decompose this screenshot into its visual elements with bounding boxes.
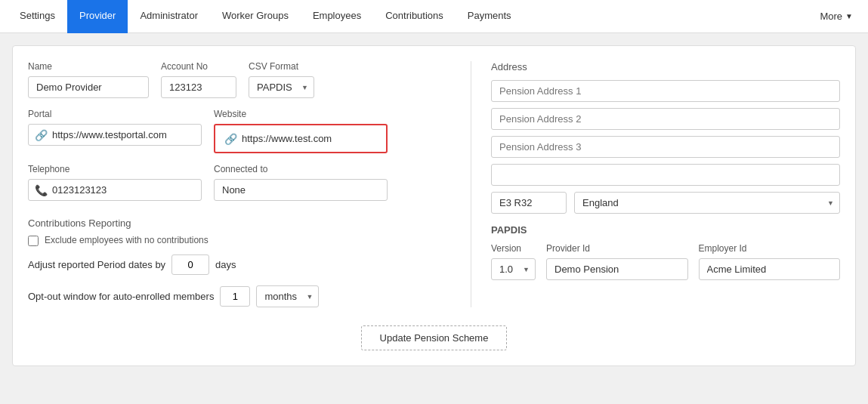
- country-select-wrapper: England Scotland Wales Northern Ireland: [574, 192, 840, 214]
- employer-id-input[interactable]: [699, 258, 841, 280]
- tab-administrator[interactable]: Administrator: [128, 0, 210, 33]
- tab-provider[interactable]: Provider: [67, 0, 128, 33]
- telephone-group: Telephone 📞: [28, 164, 202, 201]
- portal-input-wrapper: 🔗: [28, 124, 202, 146]
- version-group: Version 1.0 2.0: [491, 243, 536, 280]
- link-icon-website: 🔗: [224, 133, 237, 145]
- csv-format-select-wrapper: PAPDIS: [249, 76, 314, 98]
- right-column: Address England: [491, 61, 840, 307]
- main-form-row: Name Account No CSV Format PAPDIS: [28, 61, 840, 307]
- website-input-wrapper: 🔗: [218, 128, 383, 149]
- account-no-label: Account No: [161, 61, 236, 72]
- provider-id-group: Provider Id: [546, 243, 688, 280]
- papdis-row: Version 1.0 2.0 Provider Id: [491, 243, 840, 280]
- website-label: Website: [214, 109, 388, 119]
- update-pension-scheme-button[interactable]: Update Pension Scheme: [361, 325, 508, 350]
- provider-id-label: Provider Id: [546, 243, 688, 254]
- link-icon-portal: 🔗: [35, 129, 48, 141]
- account-no-group: Account No: [161, 61, 236, 98]
- column-divider: [471, 61, 471, 307]
- opt-out-input[interactable]: [220, 286, 250, 307]
- tab-contributions[interactable]: Contributions: [373, 0, 456, 33]
- address-section-title: Address: [491, 61, 840, 72]
- portal-group: Portal 🔗: [28, 109, 202, 153]
- address4-input[interactable]: [491, 164, 840, 186]
- website-group: Website 🔗: [214, 109, 388, 153]
- address2-row: [491, 108, 840, 130]
- name-label: Name: [28, 61, 149, 72]
- connected-to-label: Connected to: [214, 164, 388, 174]
- provider-id-input[interactable]: [546, 258, 688, 280]
- name-group: Name: [28, 61, 149, 98]
- months-select[interactable]: months: [256, 285, 319, 307]
- adjust-input[interactable]: [171, 254, 209, 275]
- papdis-title: PAPDIS: [491, 224, 840, 236]
- connected-to-group: Connected to: [214, 164, 388, 201]
- telephone-input[interactable]: [52, 180, 195, 200]
- left-column: Name Account No CSV Format PAPDIS: [28, 61, 451, 307]
- portal-label: Portal: [28, 109, 202, 119]
- adjust-label: Adjust reported Period dates by: [28, 259, 165, 270]
- months-select-wrapper: months: [256, 285, 319, 307]
- version-select-wrapper: 1.0 2.0: [491, 258, 536, 280]
- address3-input[interactable]: [491, 136, 840, 158]
- address1-row: [491, 80, 840, 102]
- opt-out-row: Opt-out window for auto-enrolled members…: [28, 285, 451, 307]
- papdis-section: PAPDIS Version 1.0 2.0: [491, 224, 840, 280]
- contributions-header: Contributions Reporting: [28, 217, 451, 229]
- more-menu[interactable]: More ▼: [812, 11, 860, 22]
- tab-worker-groups[interactable]: Worker Groups: [210, 0, 301, 33]
- address2-input[interactable]: [491, 108, 840, 130]
- website-highlight-border: 🔗: [214, 124, 388, 153]
- telephone-input-wrapper: 📞: [28, 179, 202, 201]
- row-tel-connected: Telephone 📞 Connected to: [28, 164, 451, 201]
- more-label: More: [820, 11, 842, 22]
- exclude-label: Exclude employees with no contributions: [45, 235, 209, 245]
- chevron-down-icon: ▼: [845, 12, 853, 20]
- update-btn-row: Update Pension Scheme: [28, 325, 840, 350]
- employer-id-label: Employer Id: [699, 243, 841, 254]
- version-label: Version: [491, 243, 536, 254]
- row-name-account: Name Account No CSV Format PAPDIS: [28, 61, 451, 98]
- exclude-checkbox[interactable]: [28, 236, 39, 246]
- account-no-input[interactable]: [161, 76, 236, 98]
- country-select[interactable]: England Scotland Wales Northern Ireland: [574, 192, 840, 214]
- name-input[interactable]: [28, 76, 149, 98]
- top-nav: Settings Provider Administrator Worker G…: [0, 0, 868, 33]
- tab-settings[interactable]: Settings: [8, 0, 67, 33]
- contributions-section: Contributions Reporting Exclude employee…: [28, 211, 451, 307]
- address4-row: [491, 164, 840, 186]
- tab-employees[interactable]: Employees: [301, 0, 373, 33]
- postcode-input[interactable]: [491, 192, 567, 214]
- form-card: Name Account No CSV Format PAPDIS: [12, 45, 856, 366]
- adjust-unit: days: [215, 259, 236, 270]
- website-input[interactable]: [242, 128, 377, 149]
- version-select[interactable]: 1.0 2.0: [491, 258, 536, 280]
- employer-id-group: Employer Id: [699, 243, 841, 280]
- telephone-label: Telephone: [28, 164, 202, 174]
- period-adjust-row: Adjust reported Period dates by days: [28, 254, 451, 275]
- opt-out-label: Opt-out window for auto-enrolled members: [28, 291, 214, 302]
- main-content: Name Account No CSV Format PAPDIS: [0, 33, 868, 378]
- tab-payments[interactable]: Payments: [456, 0, 524, 33]
- csv-format-label: CSV Format: [249, 61, 314, 72]
- address3-row: [491, 136, 840, 158]
- address1-input[interactable]: [491, 80, 840, 102]
- connected-to-input[interactable]: [214, 179, 388, 201]
- phone-icon: 📞: [35, 184, 48, 196]
- csv-format-select[interactable]: PAPDIS: [249, 76, 314, 98]
- portal-input[interactable]: [52, 125, 195, 145]
- postcode-country-row: England Scotland Wales Northern Ireland: [491, 192, 840, 214]
- exclude-row: Exclude employees with no contributions: [28, 235, 451, 247]
- csv-format-group: CSV Format PAPDIS: [249, 61, 314, 98]
- row-portal-website: Portal 🔗 Website 🔗: [28, 109, 451, 153]
